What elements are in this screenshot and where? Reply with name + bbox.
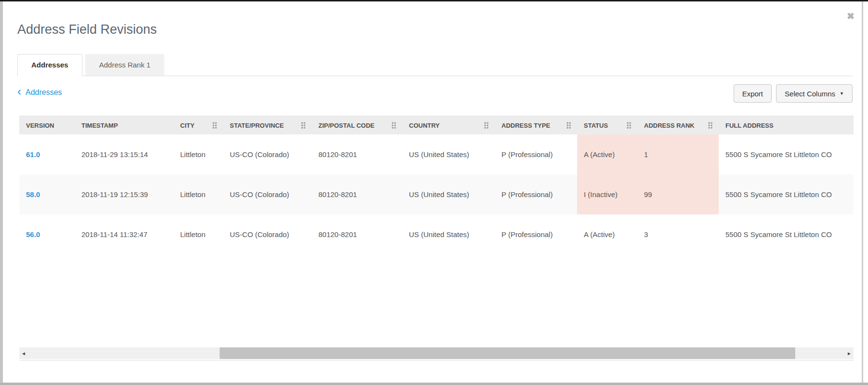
scroll-left-arrow-icon[interactable]: ◄ [19, 347, 28, 359]
cell-type: P (Professional) [495, 134, 577, 174]
cell-version[interactable]: 58.0 [19, 174, 75, 214]
close-icon[interactable]: ✖ [847, 11, 855, 22]
select-columns-label: Select Columns [785, 90, 835, 98]
column-header-label: FULL ADDRESS [725, 122, 774, 129]
column-header-label: ADDRESS RANK [644, 122, 695, 129]
tab-addresses[interactable]: Addresses [17, 54, 82, 76]
column-header-label: STATUS [584, 122, 608, 129]
scroll-right-arrow-icon[interactable]: ► [845, 347, 854, 359]
cell-rank: 3 [637, 214, 719, 254]
column-header-zip[interactable]: ZIP/POSTAL CODE [312, 116, 402, 134]
column-header-label: ADDRESS TYPE [501, 122, 550, 129]
column-header-rank[interactable]: ADDRESS RANK [637, 116, 719, 134]
column-header-timestamp[interactable]: TIMESTAMP [75, 116, 173, 134]
column-header-label: TIMESTAMP [81, 122, 118, 129]
cell-country: US (United States) [402, 214, 495, 254]
cell-state: US-CO (Colorado) [223, 134, 312, 174]
tab-bar: Addresses Address Rank 1 [17, 54, 164, 76]
column-header-status[interactable]: STATUS [577, 116, 637, 134]
column-header-state[interactable]: STATE/PROVINCE [223, 116, 312, 134]
cell-city: Littleton [173, 214, 223, 254]
cell-rank: 99 [637, 174, 719, 214]
column-drag-grip-icon[interactable] [708, 122, 713, 129]
export-button[interactable]: Export [734, 84, 772, 103]
column-drag-grip-icon[interactable] [627, 122, 631, 129]
cell-state: US-CO (Colorado) [223, 214, 312, 254]
revisions-table: VERSIONTIMESTAMPCITYSTATE/PROVINCEZIP/PO… [19, 116, 854, 254]
column-header-full_address[interactable]: FULL ADDRESS [719, 116, 854, 134]
cell-zip: 80120-8201 [312, 174, 402, 214]
window-border-right [862, 1, 863, 383]
table-row: 58.02018-11-19 12:15:39LittletonUS-CO (C… [19, 174, 854, 214]
column-header-label: ZIP/POSTAL CODE [318, 122, 375, 129]
chevron-left-icon: ‹ [17, 88, 21, 97]
table-row: 61.02018-11-29 13:15:14LittletonUS-CO (C… [19, 134, 854, 174]
column-drag-grip-icon[interactable] [212, 122, 217, 129]
cell-zip: 80120-8201 [312, 134, 402, 174]
column-header-label: VERSION [26, 122, 54, 129]
cell-type: P (Professional) [495, 214, 577, 254]
column-header-label: COUNTRY [409, 122, 440, 129]
tab-address-rank-1[interactable]: Address Rank 1 [85, 54, 165, 76]
column-header-country[interactable]: COUNTRY [402, 116, 495, 134]
cell-country: US (United States) [402, 134, 495, 174]
address-field-revisions-modal: Address Field Revisions ✖ Addresses Addr… [0, 0, 868, 385]
cell-zip: 80120-8201 [312, 214, 402, 254]
window-border-bottom [0, 383, 868, 385]
cell-rank: 1 [637, 134, 719, 174]
column-header-version[interactable]: VERSION [19, 116, 75, 134]
column-header-label: CITY [180, 122, 195, 129]
cell-version[interactable]: 56.0 [19, 214, 75, 254]
cell-timestamp: 2018-11-14 11:32:47 [75, 214, 173, 254]
column-drag-grip-icon[interactable] [566, 122, 571, 129]
cell-country: US (United States) [402, 174, 495, 214]
cell-state: US-CO (Colorado) [223, 174, 312, 214]
cell-full_address: 5500 S Sycamore St Littleton CO [719, 174, 854, 214]
column-header-label: STATE/PROVINCE [230, 122, 284, 129]
scrollbar-underline [19, 360, 854, 360]
window-border-top [0, 0, 868, 1]
cell-full_address: 5500 S Sycamore St Littleton CO [719, 134, 854, 174]
cell-full_address: 5500 S Sycamore St Littleton CO [719, 214, 854, 254]
cell-version[interactable]: 61.0 [19, 134, 75, 174]
column-drag-grip-icon[interactable] [484, 122, 489, 129]
page-title: Address Field Revisions [17, 22, 157, 37]
cell-timestamp: 2018-11-19 12:15:39 [75, 174, 173, 214]
horizontal-scrollbar[interactable]: ◄ ► [19, 347, 854, 359]
table-body: 61.02018-11-29 13:15:14LittletonUS-CO (C… [19, 134, 854, 254]
cell-timestamp: 2018-11-29 13:15:14 [75, 134, 173, 174]
chevron-down-icon: ▼ [840, 91, 844, 96]
column-header-type[interactable]: ADDRESS TYPE [495, 116, 577, 134]
cell-status: I (Inactive) [577, 174, 637, 214]
cell-city: Littleton [173, 134, 223, 174]
cell-status: A (Active) [577, 134, 637, 174]
column-drag-grip-icon[interactable] [392, 122, 396, 129]
column-header-city[interactable]: CITY [173, 116, 223, 134]
table-row: 56.02018-11-14 11:32:47LittletonUS-CO (C… [19, 214, 854, 254]
export-button-label: Export [742, 90, 763, 98]
window-border-left [0, 1, 3, 385]
column-drag-grip-icon[interactable] [301, 122, 306, 129]
scrollbar-thumb[interactable] [220, 347, 795, 359]
table-header-row: VERSIONTIMESTAMPCITYSTATE/PROVINCEZIP/PO… [19, 116, 854, 134]
cell-city: Littleton [173, 174, 223, 214]
cell-status: A (Active) [577, 214, 637, 254]
breadcrumb-label: Addresses [26, 88, 62, 97]
select-columns-button[interactable]: Select Columns ▼ [776, 84, 853, 103]
breadcrumb[interactable]: ‹ Addresses [17, 88, 62, 97]
toolbar: Export Select Columns ▼ [734, 84, 853, 103]
cell-type: P (Professional) [495, 174, 577, 214]
